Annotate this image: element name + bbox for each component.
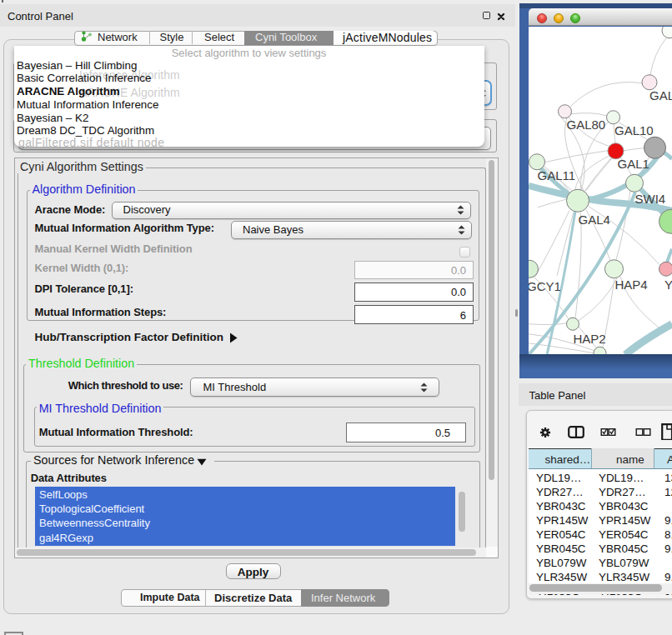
svg-text:GAL7: GAL7 (649, 88, 672, 102)
svg-text:HAP2: HAP2 (574, 332, 606, 346)
svg-text:GAL11: GAL11 (538, 168, 576, 182)
svg-text:YJ: YJ (664, 277, 672, 291)
svg-text:GAL10: GAL10 (614, 122, 654, 137)
svg-text:SWI4: SWI4 (635, 191, 666, 205)
svg-text:GCY1: GCY1 (529, 278, 561, 292)
svg-text:GAL4: GAL4 (579, 212, 610, 226)
svg-text:HAP4: HAP4 (615, 278, 648, 292)
svg-text:GAL1: GAL1 (618, 157, 649, 171)
svg-text:GAL80: GAL80 (567, 117, 606, 131)
